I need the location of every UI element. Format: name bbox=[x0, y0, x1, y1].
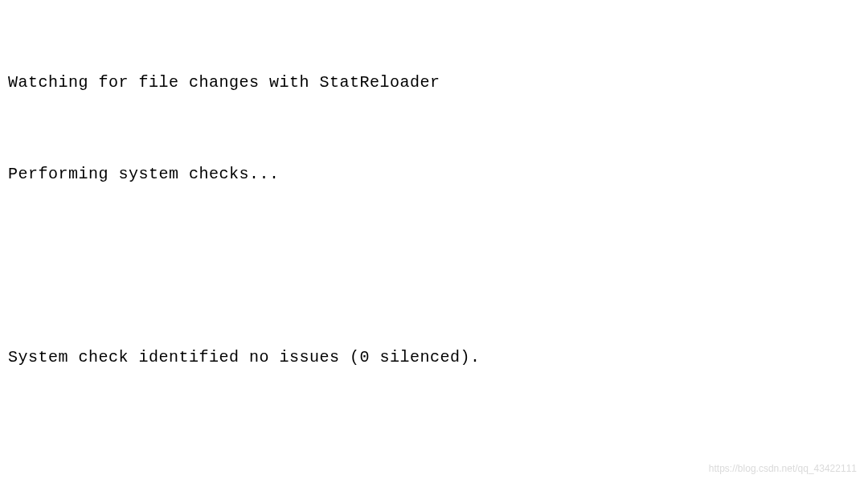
log-line-system-checks: Performing system checks... bbox=[8, 159, 860, 190]
log-line-watcher: Watching for file changes with StatReloa… bbox=[8, 68, 860, 98]
watermark-text: https://blog.csdn.net/qq_43422111 bbox=[709, 460, 857, 478]
log-line-check-result: System check identified no issues (0 sil… bbox=[8, 342, 860, 373]
terminal-output: Watching for file changes with StatReloa… bbox=[8, 6, 860, 483]
blank-line bbox=[8, 251, 860, 281]
